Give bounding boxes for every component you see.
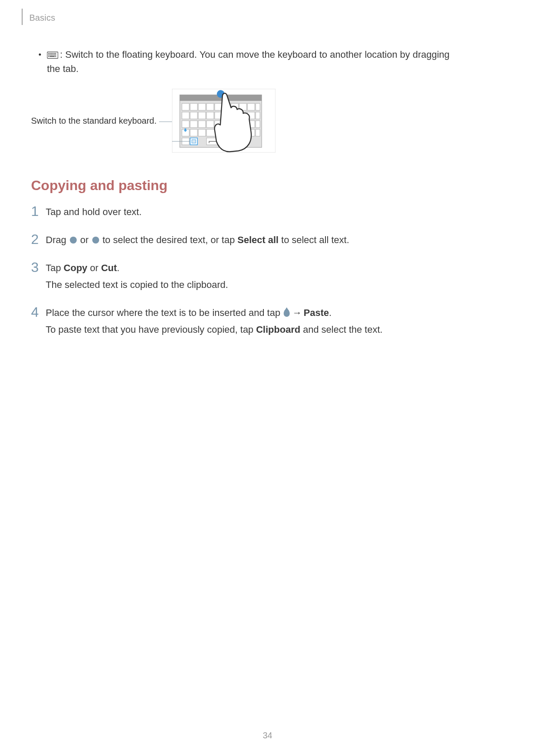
- svg-rect-19: [182, 103, 189, 110]
- step-2: 2 Drag or to select the desired text, or…: [31, 232, 462, 250]
- svg-rect-13: [48, 56, 49, 57]
- svg-rect-7: [48, 54, 49, 55]
- svg-rect-38: [256, 112, 260, 119]
- step-4: 4 Place the cursor where the text is to …: [31, 305, 462, 339]
- svg-rect-9: [51, 54, 52, 55]
- step-3-line2: The selected text is copied to the clipb…: [46, 278, 228, 292]
- svg-rect-23: [215, 103, 222, 110]
- text: To paste text that you have previously c…: [46, 324, 256, 335]
- svg-rect-3: [51, 53, 52, 54]
- svg-rect-5: [54, 53, 55, 54]
- copy-label: Copy: [64, 262, 88, 273]
- svg-rect-30: [190, 112, 197, 119]
- svg-rect-40: [190, 121, 197, 128]
- select-all-label: Select all: [238, 234, 278, 245]
- text: Drag: [46, 234, 69, 245]
- svg-rect-11: [54, 54, 55, 55]
- svg-rect-29: [182, 112, 189, 119]
- keyboard-icon: [47, 49, 58, 58]
- step-4-line2: To paste text that you have previously c…: [46, 322, 382, 337]
- step-2-text: Drag or to select the desired text, or t…: [46, 233, 349, 247]
- bullet-floating-keyboard: : Switch to the floating keyboard. You c…: [39, 47, 462, 76]
- svg-rect-20: [190, 103, 197, 110]
- text: Tap: [46, 262, 64, 273]
- svg-rect-10: [53, 54, 53, 55]
- text: .: [117, 262, 119, 273]
- svg-rect-59: [192, 140, 196, 143]
- bullet-dot-icon: [39, 53, 41, 56]
- header-section-title: Basics: [29, 13, 55, 23]
- step-3-line1: Tap Copy or Cut.: [46, 261, 228, 275]
- svg-rect-31: [198, 112, 206, 119]
- svg-rect-42: [206, 121, 214, 128]
- paste-label: Paste: [303, 307, 329, 318]
- cursor-handle-icon: [284, 309, 290, 317]
- svg-rect-22: [206, 103, 214, 110]
- svg-rect-14: [50, 56, 55, 57]
- step-body: Tap Copy or Cut. The selected text is co…: [46, 260, 228, 294]
- svg-rect-6: [55, 53, 56, 54]
- svg-rect-8: [50, 54, 50, 55]
- bullet-text: : Switch to the floating keyboard. You c…: [47, 47, 462, 76]
- svg-rect-21: [198, 103, 206, 110]
- svg-rect-2: [50, 53, 50, 54]
- text: or: [78, 234, 91, 245]
- selection-handle-end-icon: [92, 237, 99, 244]
- step-number: 2: [31, 232, 46, 247]
- floating-keyboard-illustration: [172, 89, 275, 153]
- header-rule: [22, 9, 23, 25]
- svg-rect-48: [256, 121, 260, 128]
- section-heading: Copying and pasting: [31, 178, 462, 194]
- step-body: Tap and hold over text.: [46, 204, 142, 222]
- text: Place the cursor where the text is to be…: [46, 307, 283, 318]
- step-body: Drag or to select the desired text, or t…: [46, 232, 349, 250]
- step-number: 3: [31, 260, 46, 275]
- step-number: 4: [31, 305, 46, 319]
- selection-handle-start-icon: [70, 237, 77, 244]
- svg-rect-27: [247, 103, 255, 110]
- step-1-text: Tap and hold over text.: [46, 205, 142, 219]
- page-content: : Switch to the floating keyboard. You c…: [31, 47, 462, 350]
- svg-rect-28: [256, 103, 260, 110]
- text: or: [88, 262, 101, 273]
- svg-rect-32: [206, 112, 214, 119]
- text: .: [329, 307, 332, 318]
- svg-rect-55: [256, 129, 260, 136]
- step-1: 1 Tap and hold over text.: [31, 204, 462, 222]
- bullet-text-content: : Switch to the floating keyboard. You c…: [47, 49, 450, 74]
- svg-rect-41: [198, 121, 206, 128]
- step-4-line1: Place the cursor where the text is to be…: [46, 306, 382, 320]
- svg-rect-4: [53, 53, 53, 54]
- arrow-icon: →: [292, 307, 302, 318]
- text: to select the desired text, or tap: [100, 234, 238, 245]
- svg-rect-39: [182, 121, 189, 128]
- clipboard-label: Clipboard: [256, 324, 300, 335]
- leader-line: [159, 122, 172, 122]
- page-number: 34: [0, 731, 535, 740]
- figure-row: Switch to the standard keyboard.: [31, 89, 462, 153]
- svg-rect-1: [48, 53, 49, 54]
- step-3: 3 Tap Copy or Cut. The selected text is …: [31, 260, 462, 294]
- text: to select all text.: [278, 234, 349, 245]
- svg-rect-51: [198, 129, 206, 136]
- figure-label: Switch to the standard keyboard.: [31, 116, 156, 126]
- text: and select the text.: [300, 324, 383, 335]
- svg-rect-15: [55, 56, 56, 57]
- svg-rect-50: [190, 129, 197, 136]
- step-number: 1: [31, 204, 46, 219]
- step-body: Place the cursor where the text is to be…: [46, 305, 382, 339]
- cut-label: Cut: [101, 262, 117, 273]
- svg-rect-12: [55, 54, 56, 55]
